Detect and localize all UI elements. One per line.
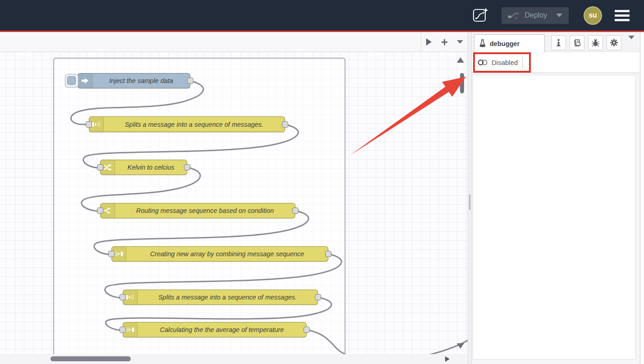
- chevron-down-icon: [457, 40, 463, 44]
- node-red-app: Deploy su + Inject the sample dataSplits…: [0, 0, 644, 364]
- deploy-label: Deploy: [524, 11, 547, 19]
- node-label: Calculating the the average of temperatu…: [138, 323, 306, 337]
- node-output-port[interactable]: [292, 207, 299, 214]
- flow-node-split-2[interactable]: Splits a message into a sequence of mess…: [123, 290, 318, 305]
- add-flow-button[interactable]: +: [437, 34, 451, 50]
- inject-trigger-button[interactable]: [65, 74, 78, 88]
- tab-debugger[interactable]: debugger: [474, 34, 545, 52]
- flow-node-split-1[interactable]: Splits a message into a sequence of mess…: [89, 116, 285, 132]
- toggle-off-icon: [478, 59, 488, 66]
- node-output-port[interactable]: [187, 78, 193, 84]
- flow-tab-controls: +: [421, 32, 468, 51]
- node-input-port[interactable]: [120, 327, 126, 333]
- inject-arrow-icon: [78, 74, 92, 88]
- tab-debugger-label: debugger: [490, 40, 520, 47]
- chevron-down-icon: [628, 36, 635, 47]
- node-input-port[interactable]: [97, 164, 103, 170]
- node-input-port[interactable]: [97, 207, 103, 214]
- flow-list-button[interactable]: [453, 34, 467, 50]
- user-avatar[interactable]: su: [584, 6, 602, 25]
- flow-node-change-1[interactable]: Kelvin to celcius: [100, 160, 187, 175]
- sidebar-separator[interactable]: [468, 32, 472, 364]
- info-button[interactable]: [551, 35, 566, 50]
- ai-flow-icon: [473, 7, 489, 23]
- debug-button[interactable]: [588, 35, 603, 50]
- gear-icon: [610, 38, 618, 47]
- flow-node-switch-1[interactable]: Routing message sequence based on condit…: [100, 203, 295, 218]
- node-label: Kelvin to celcius: [115, 160, 187, 175]
- canvas-scroll-up-button[interactable]: [457, 57, 464, 63]
- flow-canvas[interactable]: Inject the sample dataSplits a message i…: [0, 52, 468, 354]
- node-input-port[interactable]: [86, 121, 92, 128]
- info-icon: [556, 39, 561, 47]
- node-output-port[interactable]: [184, 164, 190, 170]
- horizontal-scrollbar[interactable]: [0, 354, 468, 364]
- play-icon: [426, 38, 432, 46]
- node-label: Splits a message into a sequence of mess…: [138, 290, 317, 304]
- flow-tab-bar: +: [0, 32, 468, 52]
- menu-bar: [615, 10, 630, 12]
- deploy-button[interactable]: Deploy: [501, 7, 569, 24]
- node-output-port[interactable]: [282, 121, 288, 128]
- node-label: Inject the sample data: [92, 74, 190, 88]
- inject-trigger-button-face: [67, 76, 76, 85]
- flow-node-join-1[interactable]: Creating new array by combining message …: [111, 246, 328, 262]
- debug-disabled-label: Disabled: [492, 59, 518, 66]
- debug-disabled-toggle[interactable]: Disabled: [478, 59, 518, 66]
- plus-icon: +: [441, 36, 448, 48]
- menu-bar: [615, 19, 630, 21]
- wire[interactable]: [307, 330, 468, 354]
- bug-icon: [591, 39, 600, 47]
- flow-node-inject-1[interactable]: Inject the sample data: [78, 73, 190, 88]
- canvas-vertical-scroll-thumb[interactable]: [460, 73, 464, 93]
- debug-toolbar: Disabled: [472, 52, 640, 73]
- settings-button[interactable]: [607, 35, 621, 50]
- deploy-flow-icon: [508, 12, 519, 19]
- user-avatar-initials: su: [589, 11, 597, 19]
- main-menu-button[interactable]: [615, 10, 630, 21]
- ai-flow-button[interactable]: [472, 6, 490, 24]
- debug-messages-area: [472, 73, 640, 364]
- toolbar-divider: [522, 56, 523, 69]
- flask-icon: [479, 39, 486, 48]
- node-input-port[interactable]: [108, 251, 115, 257]
- node-input-port[interactable]: [120, 294, 126, 300]
- docs-button[interactable]: [570, 35, 584, 50]
- next-flow-button[interactable]: [422, 34, 436, 50]
- node-output-port[interactable]: [325, 251, 331, 257]
- menu-bar: [615, 14, 630, 17]
- book-icon: [573, 39, 581, 47]
- sidebar-buttons: [551, 35, 621, 50]
- sidebar-tab-bar: debugger: [472, 32, 640, 52]
- node-label: Routing message sequence based on condit…: [115, 203, 295, 218]
- sidebar: debugger Disabled: [472, 32, 640, 364]
- node-output-port[interactable]: [315, 294, 321, 300]
- sidebar-tabs-menu-button[interactable]: [628, 39, 635, 47]
- node-label: Splits a message into a sequence of mess…: [104, 117, 285, 132]
- canvas-scroll-down-button[interactable]: [457, 343, 464, 349]
- header-actions: Deploy su: [472, 0, 644, 31]
- node-output-port[interactable]: [304, 327, 310, 333]
- flow-node-join-2[interactable]: Calculating the the average of temperatu…: [123, 322, 307, 337]
- separator-grip: [469, 194, 470, 210]
- deploy-options-chevron-icon[interactable]: [556, 14, 562, 17]
- header: Deploy su: [0, 0, 644, 31]
- debug-messages-panel: [473, 75, 636, 359]
- node-label: Creating new array by combining message …: [126, 247, 328, 261]
- canvas-scroll-right-button[interactable]: [445, 356, 450, 362]
- horizontal-scroll-thumb[interactable]: [51, 356, 131, 361]
